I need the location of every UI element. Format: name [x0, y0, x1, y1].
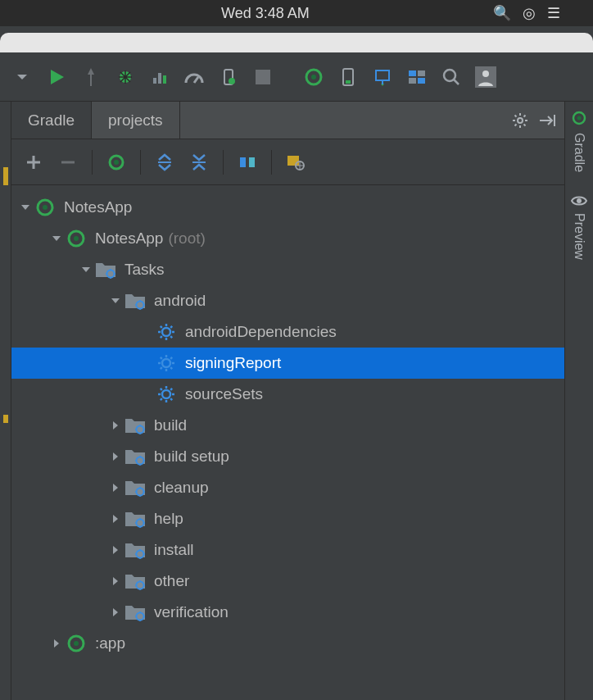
node-label: help [154, 510, 183, 528]
gear-icon[interactable] [512, 112, 528, 129]
svg-rect-20 [554, 115, 555, 126]
task-label: sourceSets [185, 385, 263, 403]
task-label: signingReport [185, 354, 281, 372]
svg-point-8 [311, 75, 316, 80]
gear-icon [156, 384, 177, 405]
folder-gear-icon [124, 290, 146, 311]
tree-node-group-build-setup[interactable]: build setup [11, 441, 564, 472]
menu-glyph: ☰ [547, 4, 560, 22]
sidebar-tab-preview[interactable]: Preview [571, 195, 587, 260]
folder-gear-icon [124, 539, 146, 561]
tree-node-task-selected[interactable]: signingReport [11, 348, 564, 379]
svg-rect-3 [163, 75, 166, 84]
svg-point-22 [114, 160, 119, 165]
attach-debugger-button[interactable] [211, 60, 246, 94]
tree-node-group-android[interactable]: android [11, 285, 564, 316]
tab-projects[interactable]: projects [92, 102, 180, 139]
tab-gradle[interactable]: Gradle [11, 102, 92, 139]
window-titlebar [0, 33, 593, 52]
svg-point-33 [162, 328, 170, 336]
tree-node-group-other[interactable]: other [11, 566, 564, 597]
svg-rect-23 [240, 157, 246, 167]
folder-gear-icon [124, 508, 146, 530]
apply-changes-button[interactable] [74, 60, 108, 94]
tab-label: Gradle [28, 111, 75, 130]
tree-node-group-cleanup[interactable]: cleanup [11, 472, 564, 503]
tree-node-project-root[interactable]: NotesApp [11, 192, 564, 223]
user-button[interactable] [469, 60, 503, 94]
profiler-button[interactable] [143, 60, 177, 94]
time-label: Wed 3:48 AM [221, 5, 310, 22]
chevron-right-icon [108, 511, 123, 526]
svg-point-46 [577, 116, 582, 120]
svg-point-47 [577, 198, 582, 203]
svg-point-18 [482, 70, 489, 77]
debug-button[interactable] [108, 60, 143, 94]
tree-node-module-app[interactable]: :app [11, 628, 564, 659]
sync-gradle-button[interactable] [296, 60, 331, 94]
svg-point-44 [74, 641, 79, 646]
tree-node-group-install[interactable]: install [11, 534, 564, 566]
tree-node-module-root[interactable]: NotesApp (root) [11, 223, 564, 254]
sdk-manager-button[interactable] [365, 60, 400, 94]
svg-point-34 [162, 359, 170, 367]
gradle-tree: NotesApp NotesApp (root) Tasks android [11, 185, 564, 700]
chevron-down-icon [49, 231, 64, 246]
task-label: androidDependencies [185, 323, 337, 341]
node-label: NotesApp [64, 198, 132, 216]
node-label: other [154, 572, 189, 590]
stop-button[interactable] [246, 60, 280, 94]
chevron-down-icon [79, 262, 93, 277]
chevron-right-icon [108, 449, 123, 464]
svg-rect-11 [376, 70, 389, 80]
chevron-right-icon [108, 574, 123, 589]
tree-node-task[interactable]: sourceSets [11, 379, 564, 410]
tree-node-tasks[interactable]: Tasks [11, 254, 564, 285]
svg-rect-14 [409, 78, 416, 84]
svg-point-5 [229, 78, 235, 84]
folder-gear-icon [124, 477, 146, 498]
node-label: install [154, 541, 194, 559]
collapse-all-button[interactable] [183, 147, 215, 178]
add-button[interactable] [18, 147, 49, 178]
remove-button[interactable] [52, 147, 84, 178]
tree-node-group-help[interactable]: help [11, 503, 564, 534]
os-menubar: Wed 3:48 AM 🔍 ◎ ☰ [0, 0, 593, 26]
right-tool-strip: Gradle Preview [565, 102, 593, 700]
tree-node-group-build[interactable]: build [11, 410, 564, 441]
folder-gear-icon [124, 446, 146, 467]
svg-point-28 [43, 205, 48, 210]
tree-node-task[interactable]: androidDependencies [11, 316, 564, 348]
gradle-settings-button[interactable] [280, 147, 311, 178]
dropdown-button[interactable] [5, 60, 39, 94]
gradle-toolbar [11, 139, 564, 185]
tree-node-group-verification[interactable]: verification [11, 597, 564, 628]
search-button[interactable] [434, 60, 469, 94]
gradle-icon [34, 197, 56, 218]
search-glyph: 🔍 [493, 4, 511, 22]
svg-rect-12 [409, 70, 416, 76]
node-label: NotesApp [95, 230, 163, 248]
avd-manager-button[interactable] [331, 60, 365, 94]
node-label: Tasks [124, 261, 165, 279]
svg-rect-2 [158, 73, 161, 84]
sidebar-tab-gradle[interactable]: Gradle [571, 110, 587, 172]
profiler-speed-button[interactable] [177, 60, 211, 94]
folder-gear-icon [124, 415, 146, 436]
hide-icon[interactable] [538, 113, 556, 128]
vtab-label: Gradle [572, 133, 586, 172]
resource-manager-button[interactable] [400, 60, 434, 94]
expand-all-button[interactable] [149, 147, 180, 178]
toggle-offline-button[interactable] [232, 147, 263, 178]
chevron-down-icon [108, 293, 123, 308]
folder-gear-icon [124, 570, 146, 592]
run-button[interactable] [39, 60, 74, 94]
chevron-right-icon [108, 543, 123, 557]
svg-rect-1 [153, 78, 156, 84]
folder-gear-icon [95, 259, 116, 280]
ide-toolbar [0, 52, 593, 102]
reload-button[interactable] [101, 147, 132, 178]
svg-rect-24 [249, 157, 255, 167]
gutter-marker [3, 415, 8, 423]
node-label: android [154, 292, 206, 310]
